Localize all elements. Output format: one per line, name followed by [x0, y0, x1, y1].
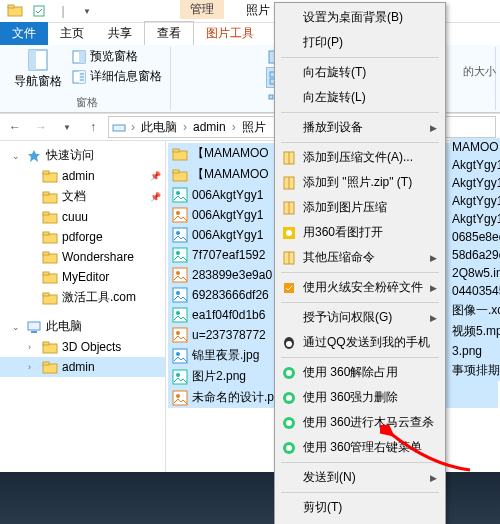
tree-item[interactable]: pdforge	[0, 227, 165, 247]
file-icon	[172, 307, 188, 323]
menu-separator	[281, 112, 439, 113]
svg-point-82	[286, 445, 292, 451]
file-item[interactable]: AkgtYgy1g	[450, 192, 500, 210]
menu-separator	[281, 142, 439, 143]
svg-point-78	[286, 395, 292, 401]
tree-item[interactable]: ›3D Objects	[0, 337, 165, 357]
menu-item-icon	[281, 390, 297, 406]
file-item[interactable]: 3.png	[450, 342, 500, 360]
menu-item[interactable]: 使用 360进行木马云查杀	[277, 410, 443, 435]
tab-picture-tools[interactable]: 图片工具	[194, 22, 266, 45]
tab-share[interactable]: 共享	[96, 22, 144, 45]
svg-point-59	[176, 331, 180, 335]
file-item[interactable]: 04403545a	[450, 282, 500, 300]
file-item[interactable]: 事项排期表	[450, 360, 500, 381]
group-label-panes: 窗格	[76, 93, 98, 110]
menu-item[interactable]: 发送到(N)▶	[277, 465, 443, 490]
preview-pane-button[interactable]: 预览窗格	[70, 47, 164, 66]
menu-item[interactable]: 添加到压缩文件(A)...	[277, 145, 443, 170]
chevron-right-icon[interactable]: ›	[129, 120, 137, 134]
tree-item[interactable]: MyEditor	[0, 267, 165, 287]
svg-rect-37	[43, 342, 49, 345]
svg-rect-64	[173, 391, 187, 405]
chevron-right-icon[interactable]: ›	[181, 120, 189, 134]
svg-rect-4	[29, 50, 36, 70]
svg-rect-1	[8, 5, 14, 8]
collapse-icon[interactable]: ⌄	[12, 322, 22, 332]
menu-item[interactable]: 向右旋转(T)	[277, 60, 443, 85]
chevron-right-icon[interactable]: ›	[230, 120, 238, 134]
menu-item-icon	[281, 470, 297, 486]
svg-marker-19	[28, 150, 40, 162]
menu-item-icon	[281, 200, 297, 216]
tree-item[interactable]: cuuu	[0, 207, 165, 227]
file-item[interactable]: 2Q8w5.im	[450, 264, 500, 282]
menu-item[interactable]: 设置为桌面背景(B)	[277, 5, 443, 30]
forward-button[interactable]: →	[30, 116, 52, 138]
file-item[interactable]: AkgtYgy1g	[450, 210, 500, 228]
collapse-icon[interactable]: ⌄	[12, 151, 22, 161]
file-item[interactable]: 图像一.xcf	[450, 300, 500, 321]
pc-icon	[26, 319, 42, 335]
svg-rect-44	[173, 188, 187, 202]
svg-rect-48	[173, 228, 187, 242]
menu-item-icon	[281, 120, 297, 136]
tree-item[interactable]: admin📌	[0, 166, 165, 186]
svg-rect-29	[43, 252, 49, 255]
menu-item-icon	[281, 10, 297, 26]
recent-dropdown[interactable]: ▼	[56, 116, 78, 138]
svg-point-65	[176, 394, 180, 398]
menu-item[interactable]: 向左旋转(L)	[277, 85, 443, 110]
menu-item[interactable]: 通过QQ发送到我的手机	[277, 330, 443, 355]
tab-home[interactable]: 主页	[48, 22, 96, 45]
menu-item[interactable]: 使用 360强力删除	[277, 385, 443, 410]
back-button[interactable]: ←	[4, 116, 26, 138]
menu-item[interactable]: 用360看图打开	[277, 220, 443, 245]
tree-item[interactable]: 激活工具.com	[0, 287, 165, 308]
up-button[interactable]: ↑	[82, 116, 104, 138]
qat-props-icon[interactable]	[28, 1, 50, 21]
crumb-user[interactable]: admin	[191, 120, 228, 134]
file-icon	[172, 207, 188, 223]
menu-item[interactable]: 剪切(T)	[277, 495, 443, 520]
tree-item[interactable]: ›admin	[0, 357, 165, 377]
menu-item[interactable]: 复制(C)	[277, 520, 443, 524]
crumb-this-pc[interactable]: 此电脑	[139, 119, 179, 136]
svg-rect-52	[173, 268, 187, 282]
svg-point-55	[176, 291, 180, 295]
menu-item[interactable]: 播放到设备▶	[277, 115, 443, 140]
menu-item[interactable]: 打印(P)	[277, 30, 443, 55]
menu-item[interactable]: 授予访问权限(G)▶	[277, 305, 443, 330]
file-item[interactable]: 58d6a29d	[450, 246, 500, 264]
menu-item-icon	[281, 415, 297, 431]
details-pane-button[interactable]: 详细信息窗格	[70, 67, 164, 86]
nav-pane-button[interactable]: 导航窗格	[10, 47, 66, 92]
menu-item-icon	[281, 90, 297, 106]
preview-pane-label: 预览窗格	[90, 48, 138, 65]
menu-separator	[281, 57, 439, 58]
menu-item[interactable]: 其他压缩命令▶	[277, 245, 443, 270]
menu-item[interactable]: 使用火绒安全粉碎文件▶	[277, 275, 443, 300]
file-icon	[172, 348, 188, 364]
file-item[interactable]: AkgtYgy1g	[450, 174, 500, 192]
tree-item[interactable]: 文档📌	[0, 186, 165, 207]
tree-quick-access[interactable]: ⌄快速访问	[0, 145, 165, 166]
submenu-arrow-icon: ▶	[430, 123, 437, 133]
crumb-folder[interactable]: 照片	[240, 119, 268, 136]
file-item[interactable]: AkgtYgy1g	[450, 156, 500, 174]
tree-item[interactable]: Wondershare	[0, 247, 165, 267]
menu-separator	[281, 462, 439, 463]
file-item[interactable]: MAMOO	[450, 138, 500, 156]
menu-item[interactable]: 添加到图片压缩	[277, 195, 443, 220]
menu-item[interactable]: 添加到 "照片.zip" (T)	[277, 170, 443, 195]
menu-item-icon	[281, 365, 297, 381]
menu-item[interactable]: 使用 360管理右键菜单	[277, 435, 443, 460]
file-item[interactable]: 0685e8ed	[450, 228, 500, 246]
qat-dropdown-icon[interactable]: ▼	[76, 1, 98, 21]
tab-view[interactable]: 查看	[144, 21, 194, 45]
tree-this-pc[interactable]: ⌄此电脑	[0, 316, 165, 337]
tab-file[interactable]: 文件	[0, 22, 48, 45]
menu-item[interactable]: 使用 360解除占用	[277, 360, 443, 385]
file-item[interactable]: 视频5.mp4	[450, 321, 500, 342]
context-menu: 设置为桌面背景(B)打印(P)向右旋转(T)向左旋转(L)播放到设备▶添加到压缩…	[274, 2, 446, 524]
